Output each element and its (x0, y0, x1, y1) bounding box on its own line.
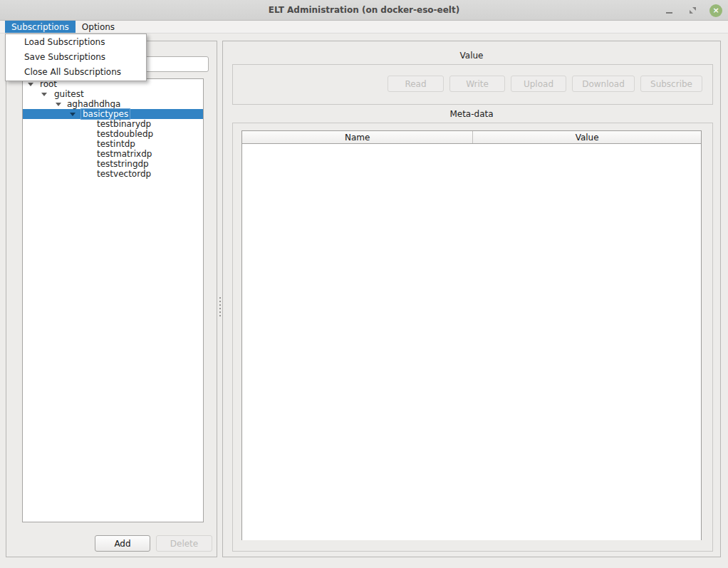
detail-panel: Value Read Write Upload Download Subscri… (222, 41, 721, 557)
tree-row-testbinarydp[interactable]: testbinarydp (23, 119, 203, 129)
value-section-title: Value (223, 51, 720, 61)
tree-label: testdoubledp (97, 129, 153, 139)
tree-label: basictypes (81, 109, 130, 119)
metadata-section-title: Meta-data (223, 109, 720, 119)
window-title: ELT Administration (on docker-eso-eelt) (0, 5, 728, 15)
tree-row-testvectordp[interactable]: testvectordp (23, 169, 203, 179)
close-icon: × (712, 6, 719, 14)
pane-splitter-grip[interactable] (219, 297, 221, 319)
app-window: ELT Administration (on docker-eso-eelt) … (0, 0, 728, 568)
minimize-icon (666, 12, 672, 14)
menu-subscriptions[interactable]: Subscriptions (5, 21, 76, 33)
write-button[interactable]: Write (449, 76, 505, 92)
titlebar: ELT Administration (on docker-eso-eelt) … (0, 0, 728, 21)
close-button[interactable]: × (709, 4, 722, 17)
window-controls: × (662, 0, 722, 21)
subscription-tree: root guitest aghadhdhga basictypes testb… (22, 78, 204, 522)
tree-label: teststringdp (97, 159, 149, 169)
tree-row-teststringdp[interactable]: teststringdp (23, 159, 203, 169)
metadata-table: Name Value (241, 130, 702, 540)
restore-button[interactable] (686, 4, 699, 17)
tree-row-testintdp[interactable]: testintdp (23, 139, 203, 149)
subscriptions-panel: root guitest aghadhdhga basictypes testb… (6, 41, 217, 557)
value-frame: Read Write Upload Download Subscribe (232, 64, 713, 105)
tree-row-testmatrixdp[interactable]: testmatrixdp (23, 149, 203, 159)
tree-row-testdoubledp[interactable]: testdoubledp (23, 129, 203, 139)
metadata-frame: Name Value (232, 123, 713, 552)
add-button[interactable]: Add (95, 535, 150, 552)
metadata-table-body (242, 144, 701, 540)
minimize-button[interactable] (662, 4, 675, 17)
read-button[interactable]: Read (388, 76, 444, 92)
delete-button[interactable]: Delete (156, 535, 212, 552)
expander-icon[interactable] (28, 83, 33, 86)
tree-row-basictypes[interactable]: basictypes (23, 109, 203, 119)
value-buttons: Read Write Upload Download Subscribe (388, 76, 702, 92)
expander-icon[interactable] (70, 113, 76, 116)
subscribe-button[interactable]: Subscribe (640, 76, 702, 92)
tree-label: testintdp (97, 139, 135, 149)
expander-icon[interactable] (41, 93, 47, 96)
subscriptions-dropdown-menu: Load Subscriptions Save Subscriptions Cl… (5, 33, 147, 81)
tree-label: testbinarydp (97, 119, 151, 129)
expander-icon[interactable] (56, 103, 61, 106)
tree-label: aghadhdhga (67, 99, 120, 109)
restore-icon (689, 6, 697, 14)
download-button[interactable]: Download (572, 76, 635, 92)
tree-label: testvectordp (97, 169, 151, 179)
menu-item-save-subscriptions[interactable]: Save Subscriptions (6, 50, 146, 65)
tree-row-guitest[interactable]: guitest (23, 89, 203, 99)
column-header-name[interactable]: Name (242, 131, 472, 143)
menu-options[interactable]: Options (76, 21, 121, 33)
menu-item-close-all-subscriptions[interactable]: Close All Subscriptions (6, 65, 146, 80)
menubar: Subscriptions Options (0, 21, 728, 33)
upload-button[interactable]: Upload (511, 76, 566, 92)
metadata-table-header: Name Value (242, 131, 701, 144)
column-header-value[interactable]: Value (472, 131, 701, 143)
tree-label: testmatrixdp (97, 149, 152, 159)
tree-row-aghadhdhga[interactable]: aghadhdhga (23, 99, 203, 109)
menu-item-load-subscriptions[interactable]: Load Subscriptions (6, 35, 146, 50)
tree-label: guitest (54, 89, 84, 99)
